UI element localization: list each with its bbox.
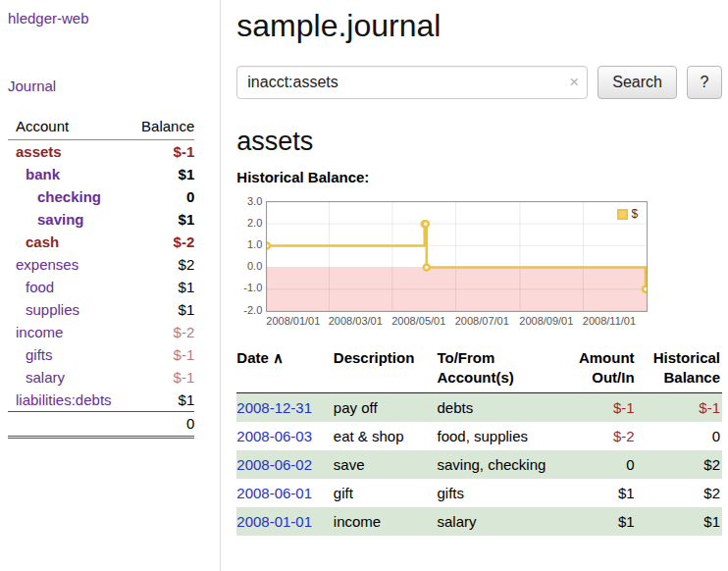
account-balance: $-1	[131, 366, 195, 389]
account-row: income$-2	[8, 321, 194, 343]
header-date[interactable]: Date ∧	[236, 346, 334, 393]
register-body: 2008-12-31pay offdebts$-1$-12008-06-03ea…	[236, 393, 722, 537]
transaction-accounts: food, supplies	[437, 422, 556, 450]
x-tick-label: 2008/11/01	[583, 315, 636, 327]
account-row: expenses$2	[8, 253, 194, 276]
account-link-salary[interactable]: salary	[26, 369, 65, 386]
account-balance: 0	[131, 185, 195, 208]
transaction-balance: 0	[637, 422, 722, 450]
search-input[interactable]	[236, 66, 588, 99]
transaction-date-link[interactable]: 2008-12-31	[236, 399, 312, 416]
y-tick-label: 3.0	[236, 195, 262, 207]
account-row: cash$-2	[8, 231, 194, 253]
transaction-balance: $2	[637, 479, 722, 507]
register-table: Date ∧ Description To/From Account(s) Am…	[236, 346, 722, 536]
transaction-accounts: gifts	[437, 479, 556, 507]
register-header-row: Date ∧ Description To/From Account(s) Am…	[236, 346, 722, 393]
account-row: supplies$1	[8, 298, 194, 321]
transaction-amount: $1	[556, 507, 636, 536]
account-link-liabilities-debts[interactable]: liabilities:debts	[16, 391, 112, 408]
y-tick-label: 1.0	[236, 238, 262, 250]
y-tick-label: -2.0	[236, 304, 262, 316]
transaction-balance: $2	[637, 450, 722, 479]
x-tick-label: 2008/09/01	[519, 315, 573, 327]
account-balance: $1	[131, 163, 195, 185]
account-balance: $1	[131, 208, 195, 231]
data-point-marker	[643, 286, 647, 292]
x-tick-label: 2008/05/01	[391, 315, 445, 327]
account-link-checking[interactable]: checking	[37, 188, 101, 205]
accounts-header-balance: Balance	[131, 116, 195, 140]
transaction-amount: 0	[556, 450, 636, 479]
accounts-total-spacer	[8, 412, 131, 438]
account-row: food$1	[8, 276, 194, 298]
transaction-description: eat & shop	[334, 422, 438, 450]
main-content: sample.journal × Search ? assets Histori…	[221, 0, 728, 571]
data-point-marker	[423, 221, 429, 227]
accounts-body: assets$-1bank$1checking0saving$1cash$-2e…	[8, 140, 194, 412]
account-row: checking0	[8, 185, 194, 208]
sidebar-item-journal[interactable]: Journal	[8, 78, 194, 94]
app-title-link[interactable]: hledger-web	[8, 10, 194, 26]
transaction-row: 2008-06-02savesaving, checking0$2	[236, 450, 722, 479]
accounts-table: Account Balance assets$-1bank$1checking0…	[8, 116, 194, 439]
transaction-description: save	[334, 450, 438, 479]
transaction-date-link[interactable]: 2008-01-01	[236, 513, 312, 530]
account-link-supplies[interactable]: supplies	[26, 301, 79, 318]
transaction-balance: $-1	[637, 393, 722, 423]
transaction-row: 2008-12-31pay offdebts$-1$-1	[236, 393, 722, 423]
sidebar: hledger-web Journal Account Balance asse…	[0, 0, 221, 571]
transaction-amount: $1	[556, 479, 636, 507]
legend-swatch-icon	[617, 209, 628, 220]
account-balance: $-1	[131, 343, 195, 366]
account-link-food[interactable]: food	[26, 279, 54, 295]
account-balance: $2	[131, 253, 195, 276]
header-description: Description	[334, 346, 438, 393]
transaction-date-link[interactable]: 2008-06-02	[236, 456, 312, 473]
account-link-assets[interactable]: assets	[16, 143, 62, 160]
page-title: sample.journal	[236, 8, 722, 44]
legend-label: $	[632, 207, 639, 221]
transaction-accounts: salary	[437, 507, 556, 536]
accounts-total-row: 0	[8, 412, 194, 438]
transaction-description: gift	[334, 479, 438, 507]
account-link-expenses[interactable]: expenses	[16, 256, 78, 273]
y-tick-label: -1.0	[236, 282, 262, 293]
transaction-row: 2008-06-03eat & shopfood, supplies$-20	[236, 422, 722, 450]
account-balance: $-2	[131, 321, 195, 343]
account-row: liabilities:debts$1	[8, 389, 194, 412]
data-point-marker	[267, 242, 270, 248]
header-historical-balance: Historical Balance	[637, 346, 722, 393]
x-tick-label: 2008/03/01	[329, 315, 383, 327]
search-button[interactable]: Search	[598, 66, 677, 99]
clear-search-icon[interactable]: ×	[569, 73, 579, 92]
historical-balance-chart: $ 3.02.01.00.0-1.0-2.02008/01/012008/03/…	[236, 193, 722, 331]
chart-plot-area: $	[266, 201, 648, 312]
accounts-total-value: 0	[131, 412, 195, 438]
search-bar: × Search ?	[236, 66, 722, 99]
transaction-row: 2008-06-01giftgifts$1$2	[236, 479, 722, 507]
account-link-gifts[interactable]: gifts	[26, 346, 53, 363]
help-button[interactable]: ?	[687, 66, 722, 99]
accounts-header-row: Account Balance	[8, 116, 194, 140]
y-tick-label: 0.0	[236, 260, 262, 272]
account-row: salary$-1	[8, 366, 194, 389]
chart-heading: Historical Balance:	[236, 169, 722, 185]
transaction-date-link[interactable]: 2008-06-03	[236, 428, 312, 444]
header-date-label: Date	[236, 349, 269, 366]
transaction-date-link[interactable]: 2008-06-01	[236, 485, 312, 501]
transaction-amount: $-2	[556, 422, 636, 450]
y-tick-label: 2.0	[236, 217, 262, 229]
account-row: saving$1	[8, 208, 194, 231]
x-tick-label: 2008/01/01	[266, 315, 320, 327]
accounts-header-account: Account	[8, 116, 131, 140]
transaction-description: income	[334, 507, 438, 536]
account-link-saving[interactable]: saving	[37, 211, 84, 228]
account-row: gifts$-1	[8, 343, 194, 366]
account-link-bank[interactable]: bank	[26, 166, 60, 182]
account-link-cash[interactable]: cash	[26, 234, 59, 250]
transaction-accounts: saving, checking	[437, 450, 556, 479]
account-balance: $1	[131, 276, 195, 298]
account-balance: $-2	[131, 231, 195, 253]
account-link-income[interactable]: income	[16, 324, 63, 340]
